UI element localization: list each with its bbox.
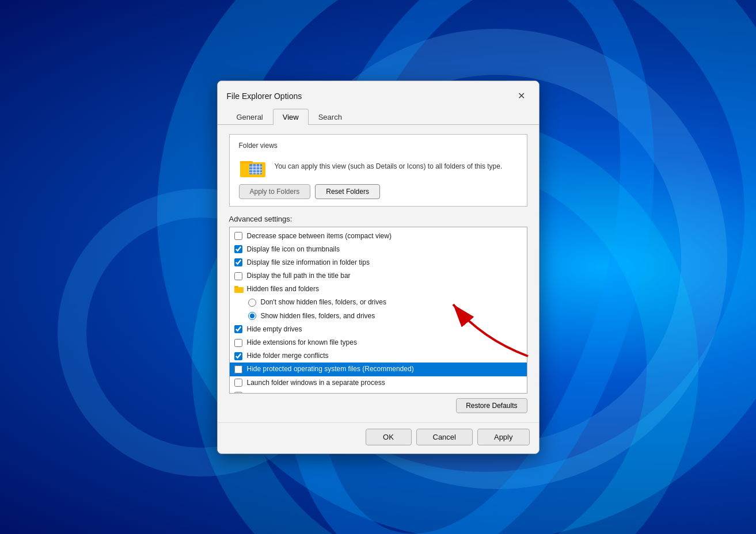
label-launch-separate: Launch folder windows in a separate proc… (247, 377, 385, 388)
tab-view[interactable]: View (273, 109, 309, 125)
ok-button[interactable]: OK (366, 429, 412, 445)
label-compact: Decrease space between items (compact vi… (247, 231, 392, 242)
checkbox-file-icon[interactable] (234, 245, 242, 253)
setting-full-path: Display the full path in the title bar (230, 269, 527, 283)
setting-restore-prev: Restore previous folder windows at logon (230, 390, 527, 393)
title-bar: File Explorer Options ✕ (218, 81, 539, 109)
checkbox-full-path[interactable] (234, 272, 242, 280)
label-hide-ext: Hide extensions for known file types (247, 337, 357, 348)
reset-folders-button[interactable]: Reset Folders (315, 184, 380, 199)
folder-views-label: Folder views (239, 142, 518, 150)
restore-defaults-button[interactable]: Restore Defaults (456, 398, 527, 413)
close-button[interactable]: ✕ (514, 88, 530, 104)
checkbox-hide-merge[interactable] (234, 352, 242, 360)
svg-rect-10 (234, 286, 238, 288)
checkbox-file-size[interactable] (234, 258, 242, 266)
checkbox-hide-ext[interactable] (234, 339, 242, 347)
cancel-button[interactable]: Cancel (416, 429, 473, 445)
svg-rect-1 (240, 161, 253, 163)
setting-file-icon: Display file icon on thumbnails (230, 243, 527, 256)
label-file-size: Display file size information in folder … (247, 257, 370, 268)
tab-general[interactable]: General (227, 109, 273, 125)
label-hide-merge: Hide folder merge conflicts (247, 350, 329, 361)
setting-hide-empty: Hide empty drives (230, 323, 527, 336)
folder-views-row: You can apply this view (such as Details… (239, 155, 518, 178)
checkbox-hide-protected[interactable] (234, 365, 242, 373)
label-full-path: Display the full path in the title bar (247, 270, 351, 281)
folder-view-buttons: Apply to Folders Reset Folders (239, 184, 518, 199)
label-hide-protected: Hide protected operating system files (R… (247, 364, 414, 375)
file-explorer-options-dialog: File Explorer Options ✕ General View Sea… (217, 81, 540, 454)
label-restore-prev: Restore previous folder windows at logon (247, 391, 373, 393)
apply-button[interactable]: Apply (477, 429, 530, 445)
dialog-wrapper: File Explorer Options ✕ General View Sea… (217, 81, 540, 454)
folder-group-icon (234, 285, 244, 293)
folder-svg (239, 155, 267, 178)
setting-hide-protected[interactable]: Hide protected operating system files (R… (230, 363, 527, 376)
dialog-footer: OK Cancel Apply (218, 422, 539, 453)
label-hidden-group: Hidden files and folders (247, 284, 319, 295)
setting-launch-separate: Launch folder windows in a separate proc… (230, 376, 527, 390)
advanced-settings-label: Advanced settings: (229, 215, 527, 223)
label-show-hidden: Show hidden files, folders, and drives (261, 311, 375, 322)
setting-compact: Decrease space between items (compact vi… (230, 230, 527, 243)
folder-views-description: You can apply this view (such as Details… (275, 162, 518, 171)
checkbox-compact[interactable] (234, 232, 242, 240)
folder-icon (239, 155, 267, 178)
setting-hidden-group: Hidden files and folders (230, 283, 527, 296)
tab-content: Folder views (218, 125, 539, 422)
label-hide-empty: Hide empty drives (247, 324, 302, 335)
checkbox-launch-separate[interactable] (234, 379, 242, 387)
tab-search[interactable]: Search (309, 109, 352, 125)
advanced-settings-box: Decrease space between items (compact vi… (229, 227, 527, 394)
radio-show-hidden[interactable] (248, 312, 256, 320)
apply-to-folders-button[interactable]: Apply to Folders (239, 184, 311, 199)
restore-defaults-row: Restore Defaults (229, 398, 527, 413)
dialog-title: File Explorer Options (227, 91, 302, 101)
label-file-icon: Display file icon on thumbnails (247, 244, 340, 255)
setting-hide-ext: Hide extensions for known file types (230, 336, 527, 349)
settings-list[interactable]: Decrease space between items (compact vi… (230, 227, 527, 393)
folder-views-section: Folder views (229, 134, 527, 207)
radio-dont-show[interactable] (248, 299, 256, 307)
checkbox-hide-empty[interactable] (234, 325, 242, 333)
setting-file-size: Display file size information in folder … (230, 256, 527, 269)
setting-show-hidden: Show hidden files, folders, and drives (230, 310, 527, 323)
checkbox-restore-prev[interactable] (234, 392, 242, 392)
tabs-bar: General View Search (218, 109, 539, 125)
label-dont-show: Don't show hidden files, folders, or dri… (261, 297, 386, 308)
svg-rect-9 (234, 287, 244, 293)
setting-dont-show: Don't show hidden files, folders, or dri… (230, 296, 527, 309)
setting-hide-merge: Hide folder merge conflicts (230, 349, 527, 363)
